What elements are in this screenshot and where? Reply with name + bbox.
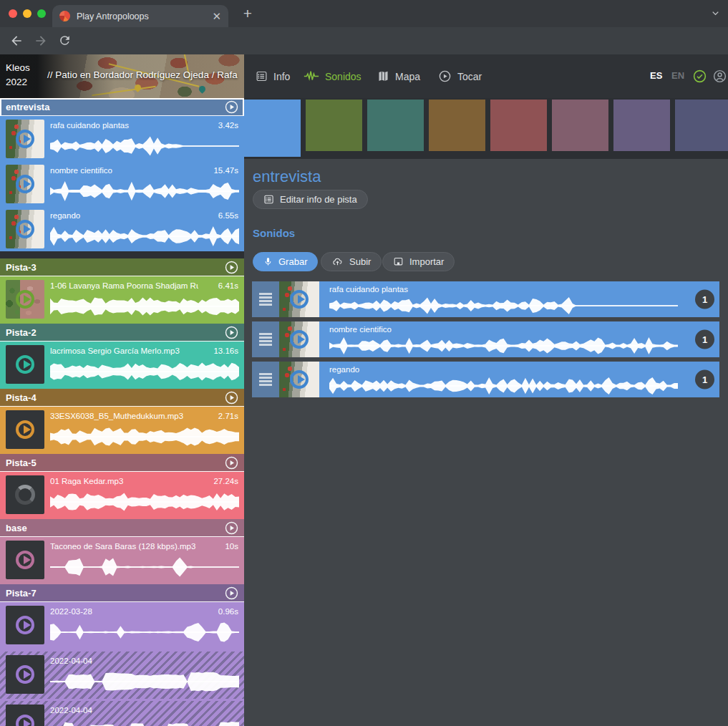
track-name: Pista-7 (6, 588, 225, 599)
main-area: entrevista Editar info de pista Sonidos … (244, 98, 728, 726)
drag-handle-icon[interactable] (252, 321, 279, 357)
import-button[interactable]: Importar (382, 252, 455, 271)
track-header[interactable]: Pista-3 (0, 258, 244, 276)
track-header[interactable]: Pista-7 (0, 584, 244, 602)
sound-item[interactable]: Taconeo de Sara Baras (128 kbps).mp310s (0, 537, 244, 584)
track-color-swatch[interactable] (675, 100, 728, 151)
reload-button[interactable] (58, 34, 72, 48)
track-section-base: baseTaconeo de Sara Baras (128 kbps).mp3… (0, 519, 244, 584)
account-icon[interactable] (712, 69, 727, 84)
sound-count-badge: 1 (695, 290, 714, 309)
sound-thumbnail[interactable] (279, 362, 319, 397)
track-header[interactable]: entrevista (0, 98, 244, 116)
drag-handle-icon[interactable] (252, 362, 279, 397)
upload-button-label: Subir (349, 256, 371, 267)
sound-duration: 15.47s (213, 166, 238, 175)
sound-item[interactable]: 2022-03-280.96s (0, 602, 244, 649)
sound-thumbnail[interactable] (6, 410, 44, 449)
sound-waveform (329, 296, 678, 315)
track-name: Pista-2 (6, 327, 225, 338)
macos-zoom-button[interactable] (37, 9, 46, 18)
tab-close-icon[interactable]: ✕ (212, 11, 221, 21)
forward-button[interactable] (34, 34, 48, 48)
lang-es[interactable]: ES (650, 70, 662, 81)
lang-en[interactable]: EN (671, 70, 684, 81)
sound-item[interactable]: 2022-04-04 (0, 652, 244, 699)
tab-info[interactable]: Info (256, 54, 290, 98)
sound-thumbnail[interactable] (6, 210, 44, 248)
upload-button[interactable]: Subir (321, 252, 382, 271)
panel-sound-row[interactable]: regando1 (252, 362, 719, 397)
track-section-Pista-4: Pista-433ESX6038_B5_Muthedukkum.mp32.71s (0, 389, 244, 454)
drag-handle-icon[interactable] (252, 281, 279, 317)
browser-tab[interactable]: Play Antropoloops ✕ (52, 5, 228, 27)
sound-name: 2022-04-04 (50, 657, 198, 665)
tab-tocar[interactable]: Tocar (438, 54, 482, 98)
sound-thumbnail[interactable] (6, 475, 44, 514)
edit-track-info-button[interactable]: Editar info de pista (253, 190, 368, 209)
sound-name: rafa cuidando plantas (329, 285, 669, 294)
sound-item[interactable]: 01 Raga Kedar.mp327.24s (0, 472, 244, 519)
track-detail-panel: entrevista Editar info de pista Sonidos … (244, 159, 728, 726)
track-color-swatch[interactable] (552, 100, 608, 151)
sound-thumbnail[interactable] (6, 345, 44, 384)
sound-item[interactable]: 2022-04-04 (0, 701, 244, 726)
track-header[interactable]: Pista-5 (0, 454, 244, 472)
sound-item[interactable]: regando6.55s (0, 206, 244, 251)
sound-item[interactable]: lacrimosa Sergio García Merlo.mp313.16s (0, 342, 244, 389)
panel-sound-row[interactable]: nombre cientifico1 (252, 321, 719, 357)
tab-info-label: Info (273, 71, 290, 82)
track-play-icon[interactable] (225, 391, 238, 405)
panel-track-title: entrevista (253, 168, 321, 186)
track-play-icon[interactable] (225, 261, 238, 274)
track-section-Pista-3: Pista-31-06 Lavanya Rama Poorna Shadjam … (0, 258, 244, 324)
track-header[interactable]: Pista-4 (0, 389, 244, 407)
tab-mapa[interactable]: Mapa (377, 54, 420, 98)
track-color-swatch[interactable] (613, 100, 670, 151)
sound-thumbnail[interactable] (6, 120, 44, 158)
tab-sonidos[interactable]: Sonidos (304, 54, 361, 98)
macos-close-button[interactable] (9, 9, 17, 18)
track-color-swatch[interactable] (244, 100, 301, 157)
tracks-sidebar: entrevistarafa cuidando plantas3.42snomb… (0, 98, 244, 726)
sound-item[interactable]: 1-06 Lavanya Rama Poorna Shadjam Rupak..… (0, 276, 244, 324)
track-play-icon[interactable] (225, 456, 238, 470)
record-button[interactable]: Grabar (253, 252, 318, 271)
track-header[interactable]: Pista-2 (0, 324, 244, 342)
sync-check-icon[interactable] (692, 69, 707, 84)
track-color-swatch[interactable] (367, 100, 424, 151)
sound-item[interactable]: nombre cientifico15.47s (0, 161, 244, 206)
sound-duration: 10s (225, 542, 238, 551)
sound-thumbnail[interactable] (6, 655, 44, 694)
sound-thumbnail[interactable] (279, 281, 319, 317)
track-play-icon[interactable] (225, 326, 238, 339)
sound-thumbnail[interactable] (279, 321, 319, 357)
track-name: Pista-3 (6, 262, 225, 273)
track-play-icon[interactable] (225, 586, 238, 600)
track-play-icon[interactable] (225, 100, 238, 114)
back-button[interactable] (9, 34, 24, 48)
project-title[interactable]: Kleos 2022 (6, 61, 30, 89)
panel-sound-row[interactable]: rafa cuidando plantas1 (252, 281, 719, 317)
sound-thumbnail[interactable] (6, 606, 44, 644)
tab-sonidos-label: Sonidos (325, 71, 361, 82)
sound-name: Taconeo de Sara Baras (128 kbps).mp3 (50, 542, 198, 551)
tab-search-chevron-icon[interactable] (710, 8, 721, 19)
sound-thumbnail[interactable] (6, 165, 44, 203)
track-color-swatch[interactable] (429, 100, 485, 151)
macos-minimize-button[interactable] (23, 9, 31, 18)
sound-item[interactable]: rafa cuidando plantas3.42s (0, 116, 244, 161)
remix-cover-map-image: Kleos 2022 // Patio en Bordador Rodrígue… (0, 54, 244, 98)
new-tab-button[interactable]: + (239, 4, 256, 23)
sound-duration: 2.71s (218, 412, 238, 420)
track-color-swatch[interactable] (490, 100, 547, 151)
sound-waveform (50, 720, 239, 726)
track-play-icon[interactable] (225, 521, 238, 535)
track-header[interactable]: base (0, 519, 244, 537)
sound-item[interactable]: 33ESX6038_B5_Muthedukkum.mp32.71s (0, 407, 244, 454)
sound-waveform (50, 621, 239, 643)
track-color-swatch[interactable] (306, 100, 362, 151)
sound-thumbnail[interactable] (6, 280, 44, 319)
sound-thumbnail[interactable] (6, 541, 44, 579)
sound-thumbnail[interactable] (6, 705, 44, 726)
